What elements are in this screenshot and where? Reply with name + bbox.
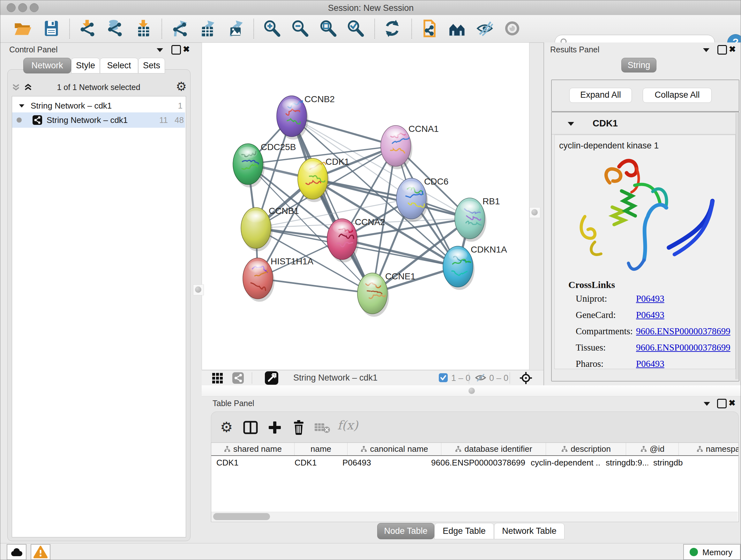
export-table-button[interactable] xyxy=(198,19,216,38)
table-panel-float-icon[interactable] xyxy=(703,401,711,407)
column-header-shared-name[interactable]: shared name xyxy=(211,443,294,455)
table-hscrollbar-thumb[interactable] xyxy=(213,513,270,520)
crosslink-value[interactable]: 9606.ENSP00000378699 xyxy=(636,326,731,336)
collapse-all-button[interactable]: Collapse All xyxy=(643,88,712,103)
tab-sets[interactable]: Sets xyxy=(138,58,165,73)
column-header-namespace[interactable]: namespace xyxy=(679,443,739,455)
memory-button[interactable]: Memory xyxy=(683,544,741,560)
column-header-database-identifier[interactable]: database identifier xyxy=(441,443,546,455)
import-table-button[interactable] xyxy=(134,19,152,38)
export-network-button[interactable] xyxy=(171,19,189,38)
tab-network[interactable]: Network xyxy=(23,58,71,73)
crosslink-value[interactable]: P06493 xyxy=(636,294,664,304)
collapse-section-icon[interactable] xyxy=(567,121,575,126)
crosslink-value[interactable]: 9606.ENSP00000378699 xyxy=(636,342,731,353)
share-network-icon[interactable] xyxy=(232,372,244,384)
tab-select[interactable]: Select xyxy=(100,58,138,73)
column-type-icon xyxy=(640,446,647,453)
node-count: 11 xyxy=(155,115,168,125)
results-scrollbar[interactable] xyxy=(736,113,738,379)
results-panel-close-icon[interactable]: ✖ xyxy=(729,45,736,53)
zoom-selected-button[interactable] xyxy=(346,19,364,38)
results-panel-maximize-icon[interactable] xyxy=(718,45,727,55)
tab-edge-table[interactable]: Edge Table xyxy=(434,523,494,539)
crosslink-value[interactable]: P06493 xyxy=(636,359,664,369)
cloud-button[interactable] xyxy=(7,544,26,560)
table-options-gear-icon[interactable]: ⚙ xyxy=(220,419,232,435)
toolbar-separator xyxy=(411,19,412,39)
network-canvas[interactable]: CCNB2CCNA1CDC25BCDK1CDC6RB1CCNB1CCNA2CDK… xyxy=(202,43,529,370)
table-cell[interactable]: stringdb xyxy=(648,456,731,470)
column-header-name[interactable]: name xyxy=(294,443,347,455)
node-CDKN1A[interactable]: CDKN1A xyxy=(443,245,507,290)
expand-all-button[interactable]: Expand All xyxy=(569,88,632,103)
node-label-CDK1: CDK1 xyxy=(326,157,349,167)
import-network-button[interactable] xyxy=(78,19,96,38)
tab-network-table[interactable]: Network Table xyxy=(494,523,564,539)
control-panel-float-icon[interactable] xyxy=(156,47,164,53)
table-panel-close-icon[interactable]: ✖ xyxy=(729,399,736,407)
delete-column-trash-icon[interactable] xyxy=(292,420,306,435)
table-hscrollbar-track[interactable] xyxy=(211,512,738,521)
open-session-button[interactable] xyxy=(13,19,32,38)
share-document-button[interactable] xyxy=(420,19,439,38)
node-CDC6[interactable]: CDC6 xyxy=(396,177,448,222)
network-row-selected[interactable]: String Network – cdk1 11 48 xyxy=(12,112,185,128)
table-row[interactable]: CDK1CDK1P064939606.ENSP00000378699cyclin… xyxy=(211,456,731,470)
refresh-button[interactable] xyxy=(383,19,401,38)
node-CCNA2[interactable]: CCNA2 xyxy=(327,217,385,262)
export-image-button[interactable] xyxy=(226,19,245,38)
table-cell[interactable]: P06493 xyxy=(337,456,426,470)
results-panel-float-icon[interactable] xyxy=(702,47,710,53)
node-CCNA1[interactable]: CCNA1 xyxy=(381,124,439,169)
homes-button[interactable] xyxy=(448,19,467,38)
control-panel-close-icon[interactable]: ✖ xyxy=(183,45,190,53)
crosslink-value[interactable]: P06493 xyxy=(636,310,664,320)
table-cell[interactable]: CDK1 xyxy=(289,456,337,470)
collapse-tree-icon[interactable] xyxy=(18,103,25,108)
node-HIST1H1A[interactable]: HIST1H1A xyxy=(243,256,313,302)
create-column-icon[interactable] xyxy=(267,420,282,435)
node-CCNE1[interactable]: CCNE1 xyxy=(357,271,415,317)
node-CCNB1[interactable]: CCNB1 xyxy=(241,206,299,251)
tab-style[interactable]: Style xyxy=(71,58,100,73)
zoom-out-button[interactable] xyxy=(290,19,309,38)
control-panel-maximize-icon[interactable] xyxy=(172,45,181,55)
right-splitter-handle[interactable] xyxy=(529,207,540,218)
column-header-canonical-name[interactable]: canonical name xyxy=(347,443,441,455)
edge-HIST1H1A-CCNE1[interactable] xyxy=(258,278,373,294)
zoom-in-button[interactable] xyxy=(262,19,281,38)
grid-view-icon[interactable] xyxy=(212,372,223,384)
table-panel-maximize-icon[interactable] xyxy=(717,399,727,408)
hide-glasses-button[interactable] xyxy=(475,19,494,38)
table-cell[interactable]: CDK1 xyxy=(211,456,289,470)
warning-button[interactable] xyxy=(30,544,51,560)
edge-CCNB2-CCNE1[interactable] xyxy=(292,116,373,294)
cdk1-section-header[interactable]: CDK1 xyxy=(552,112,738,134)
node-RB1[interactable]: RB1 xyxy=(455,196,500,242)
show-columns-icon[interactable] xyxy=(243,421,258,434)
table-cell[interactable]: stringdb:9... xyxy=(601,456,648,470)
column-header-description[interactable]: description xyxy=(546,443,626,455)
node-CCNB2[interactable]: CCNB2 xyxy=(277,94,335,139)
column-header-@id[interactable]: @id xyxy=(626,443,679,455)
network-status-dot-icon xyxy=(17,118,22,123)
network-collection-row[interactable]: String Network – cdk1 1 xyxy=(12,99,185,112)
selected-nodes-checkbox-icon[interactable] xyxy=(439,373,448,382)
import-database-button[interactable] xyxy=(105,19,124,38)
tab-string[interactable]: String xyxy=(621,58,657,72)
edge-CCNA2-CDKN1A[interactable] xyxy=(342,239,458,266)
birdseye-view-icon[interactable] xyxy=(265,371,279,385)
lens-button[interactable] xyxy=(503,19,522,38)
table-cell[interactable]: 9606.ENSP00000378699 xyxy=(426,456,526,470)
tab-node-table[interactable]: Node Table xyxy=(377,523,434,539)
table-cell[interactable]: cyclin-dependent ... xyxy=(526,456,601,470)
network-options-gear-icon[interactable]: ⚙ xyxy=(176,79,187,94)
zoom-fit-button[interactable] xyxy=(319,19,337,38)
node-label-CCNB2: CCNB2 xyxy=(305,94,335,104)
save-session-button[interactable] xyxy=(42,19,61,38)
title-bar[interactable]: Session: New Session xyxy=(0,0,741,15)
horizontal-splitter[interactable] xyxy=(202,385,741,396)
fit-selected-crosshair-icon[interactable] xyxy=(519,371,533,385)
left-splitter-handle[interactable] xyxy=(193,285,204,295)
